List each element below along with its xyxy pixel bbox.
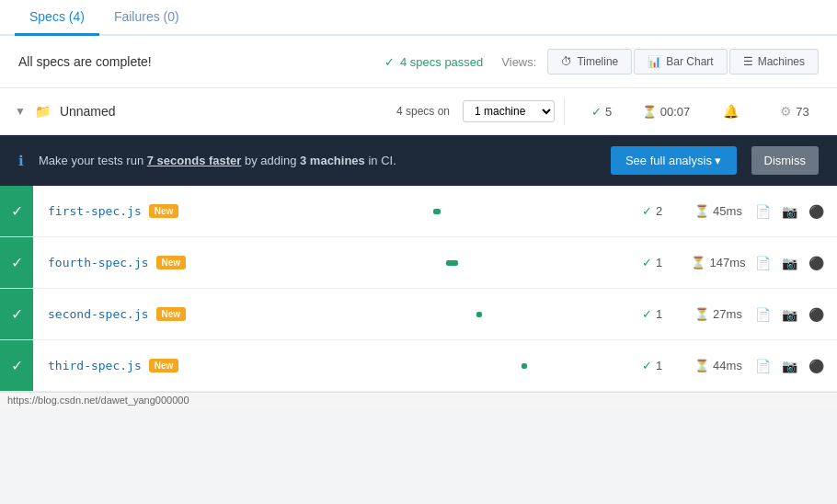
spec-status-indicator: ✓: [0, 340, 33, 391]
bell-icon: 🔔: [723, 104, 739, 119]
tab-specs[interactable]: Specs (4): [15, 0, 99, 36]
new-badge: New: [156, 307, 187, 321]
spec-actions: 📄 📷 ⚫: [751, 202, 837, 221]
new-badge: New: [149, 359, 179, 372]
machine-dropdown[interactable]: 1 machine 2 machines 3 machines: [463, 100, 555, 122]
timer-icon: ⏳: [694, 359, 709, 372]
file-icon[interactable]: 📄: [751, 202, 774, 221]
check-icon: ✓: [384, 55, 395, 69]
machine-info-text: 4 specs on: [396, 105, 450, 118]
spec-checks-stat: ✓ 1: [619, 256, 685, 269]
circle-icon[interactable]: ⚫: [805, 305, 828, 324]
check-green-icon: ✓: [591, 105, 602, 119]
all-complete-text: All specs are complete!: [18, 54, 373, 69]
spec-bar-area: [417, 259, 619, 267]
table-row: ✓ first-spec.js New ✓ 2 ⏳ 45ms 📄 📷 ⚫: [0, 186, 837, 237]
score-icon: ⚙: [780, 104, 792, 119]
spec-filename: fourth-spec.js: [48, 256, 149, 269]
new-badge: New: [156, 256, 187, 269]
timer-icon: ⏳: [694, 307, 709, 321]
camera-icon[interactable]: 📷: [778, 305, 801, 324]
group-checks-stat: ✓ 5: [574, 105, 629, 119]
circle-icon[interactable]: ⚫: [805, 357, 828, 375]
group-header: ▼ 📁 Unnamed 4 specs on 1 machine 2 machi…: [0, 88, 837, 135]
timeline-icon: ⏱: [561, 55, 572, 68]
barchart-view-button[interactable]: 📊 Bar Chart: [634, 49, 727, 74]
spec-time-stat: ⏳ 45ms: [685, 204, 751, 218]
timer-icon: ⏳: [694, 204, 709, 218]
camera-icon[interactable]: 📷: [778, 254, 801, 272]
spec-time-stat: ⏳ 44ms: [685, 359, 751, 372]
see-analysis-button[interactable]: See full analysis ▾: [611, 146, 737, 175]
table-row: ✓ third-spec.js New ✓ 1 ⏳ 44ms 📄 📷 ⚫: [0, 340, 837, 392]
group-bell-stat: 🔔: [703, 104, 758, 119]
analysis-banner: ℹ Make your tests run 7 seconds faster b…: [0, 135, 837, 186]
spec-name-cell: fourth-spec.js New: [33, 246, 417, 279]
spec-actions: 📄 📷 ⚫: [751, 305, 837, 324]
url-bar: https://blog.csdn.net/dawet_yang000000: [0, 392, 837, 407]
camera-icon[interactable]: 📷: [778, 202, 801, 221]
bar-fill: [476, 312, 482, 317]
banner-text: Make your tests run 7 seconds faster by …: [39, 154, 596, 167]
machines-icon: ☰: [743, 55, 753, 68]
file-icon[interactable]: 📄: [751, 254, 774, 272]
group-icon: 📁: [35, 104, 51, 119]
new-badge: New: [149, 204, 179, 218]
machines-view-button[interactable]: ☰ Machines: [729, 49, 819, 74]
spec-actions: 📄 📷 ⚫: [751, 357, 837, 375]
views-label: Views:: [501, 55, 536, 69]
bar-fill: [446, 260, 457, 266]
group-time-stat: ⏳ 00:07: [638, 105, 694, 119]
collapse-arrow[interactable]: ▼: [15, 105, 26, 118]
check-icon: ✓: [642, 307, 652, 321]
spec-checks-stat: ✓ 1: [619, 359, 685, 372]
status-bar: All specs are complete! ✓ 4 specs passed…: [0, 36, 837, 88]
spec-name-cell: first-spec.js New: [33, 195, 417, 227]
spec-list: ✓ first-spec.js New ✓ 2 ⏳ 45ms 📄 📷 ⚫ ✓: [0, 186, 837, 392]
group-name: Unnamed: [60, 104, 387, 119]
tab-failures[interactable]: Failures (0): [99, 0, 194, 36]
timer-icon: ⏳: [691, 256, 705, 269]
spec-status-indicator: ✓: [0, 186, 33, 236]
spec-time-stat: ⏳ 147ms: [685, 256, 751, 269]
dismiss-button[interactable]: Dismiss: [751, 146, 820, 175]
pass-check-icon: ✓: [11, 357, 23, 374]
check-icon: ✓: [642, 359, 652, 372]
timeline-view-button[interactable]: ⏱ Timeline: [547, 49, 632, 74]
pass-check-icon: ✓: [11, 254, 23, 271]
table-row: ✓ second-spec.js New ✓ 1 ⏳ 27ms 📄 📷 ⚫: [0, 289, 837, 340]
spec-filename: third-spec.js: [48, 359, 142, 372]
info-icon: ℹ: [18, 153, 24, 169]
file-icon[interactable]: 📄: [751, 357, 774, 375]
timer-icon: ⏳: [642, 105, 657, 119]
spec-name-cell: third-spec.js New: [33, 349, 417, 382]
spec-bar-area: [417, 311, 619, 318]
file-icon[interactable]: 📄: [751, 305, 774, 324]
camera-icon[interactable]: 📷: [778, 357, 801, 375]
table-row: ✓ fourth-spec.js New ✓ 1 ⏳ 147ms 📄 📷 ⚫: [0, 237, 837, 289]
circle-icon[interactable]: ⚫: [805, 254, 828, 272]
spec-status-indicator: ✓: [0, 237, 33, 288]
spec-filename: first-spec.js: [48, 204, 142, 218]
spec-filename: second-spec.js: [48, 307, 149, 321]
spec-bar-area: [417, 362, 619, 370]
passed-badge: ✓ 4 specs passed: [384, 55, 483, 69]
barchart-icon: 📊: [648, 55, 661, 68]
bar-fill: [522, 363, 527, 369]
check-icon: ✓: [642, 204, 652, 218]
bar-fill: [433, 209, 441, 214]
spec-actions: 📄 📷 ⚫: [751, 254, 837, 272]
tabs-bar: Specs (4) Failures (0): [0, 0, 837, 36]
circle-icon[interactable]: ⚫: [805, 202, 828, 221]
group-score-stat: ⚙ 73: [767, 104, 822, 119]
view-buttons: ⏱ Timeline 📊 Bar Chart ☰ Machines: [547, 49, 819, 74]
spec-checks-stat: ✓ 2: [619, 204, 685, 218]
check-icon: ✓: [642, 256, 652, 269]
spec-time-stat: ⏳ 27ms: [685, 307, 751, 321]
spec-bar-area: [417, 208, 619, 215]
spec-checks-stat: ✓ 1: [619, 307, 685, 321]
spec-status-indicator: ✓: [0, 289, 33, 339]
spec-name-cell: second-spec.js New: [33, 298, 417, 330]
pass-check-icon: ✓: [11, 305, 23, 323]
pass-check-icon: ✓: [11, 202, 23, 220]
